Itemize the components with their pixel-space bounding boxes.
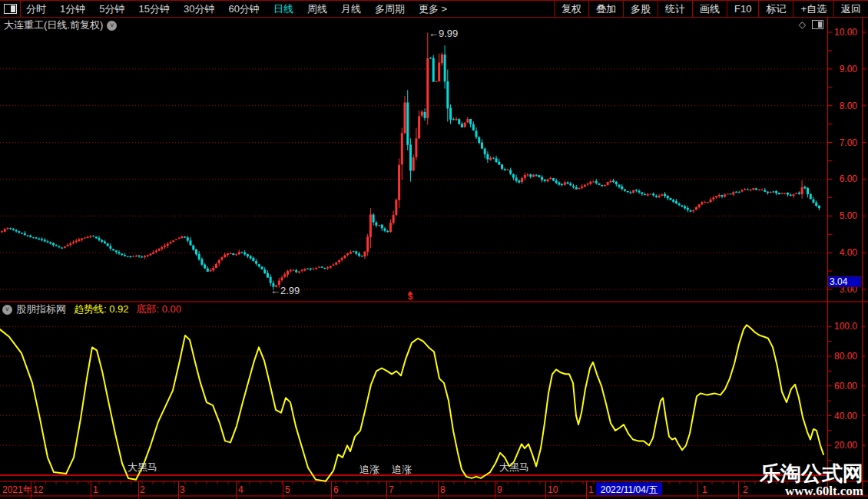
candle-body <box>644 194 646 195</box>
chevron-down-icon[interactable]: ˅ <box>2 305 12 315</box>
time-axis-month[interactable]: 2 <box>743 484 748 495</box>
time-axis-month[interactable]: 1 <box>702 484 707 495</box>
time-axis-month[interactable]: 2 <box>140 484 145 495</box>
toolbar-item[interactable]: 15分钟 <box>138 2 169 16</box>
time-axis-month[interactable]: 1 <box>588 484 594 495</box>
candle-body <box>695 207 697 210</box>
price-axis-label: 4.00 <box>840 247 858 258</box>
candle-body <box>544 180 546 181</box>
candle-body <box>124 255 126 256</box>
toolbar-item[interactable]: 分时 <box>26 2 46 16</box>
candle-body <box>192 246 194 250</box>
candle-body <box>161 247 163 249</box>
toolbar-item[interactable]: 1分钟 <box>60 2 85 16</box>
time-axis-month[interactable]: 8 <box>440 484 446 495</box>
candle-body <box>609 181 611 183</box>
toolbar-item[interactable]: 周线 <box>307 2 327 16</box>
candle-body <box>212 268 214 270</box>
candle-body <box>383 229 386 231</box>
toolbar-item[interactable]: F10 <box>727 1 758 17</box>
toolbar-item[interactable]: 标记 <box>758 1 793 17</box>
toolbar-item[interactable]: 统计 <box>658 1 692 17</box>
candle-body <box>484 149 486 154</box>
time-axis-month[interactable]: 9 <box>497 484 502 495</box>
toolbar-item[interactable]: 画线 <box>692 1 727 17</box>
candle-body <box>672 200 674 202</box>
toolbar-item[interactable]: 返回 <box>833 1 868 17</box>
candle-body <box>167 244 169 246</box>
price-axis-label: 8.00 <box>840 101 858 111</box>
diamond-icon[interactable]: ◇ <box>799 19 806 30</box>
time-axis-month[interactable]: 6 <box>333 484 339 495</box>
window-layout-button[interactable] <box>0 1 21 17</box>
candle-body <box>335 263 337 265</box>
candle-body <box>366 236 369 252</box>
time-axis-month[interactable]: 4 <box>238 484 244 495</box>
time-axis-year: 2021年 <box>2 484 32 495</box>
toolbar-item[interactable]: 日线 <box>273 2 293 16</box>
chart-canvas[interactable]: 10.009.008.007.006.005.004.003.003.04100… <box>0 17 868 499</box>
candle-body <box>595 181 598 183</box>
candle-body <box>721 195 723 197</box>
candle-body <box>318 267 320 268</box>
indicator-bottom-value: 底部: 0.00 <box>137 302 182 316</box>
candle-body <box>395 200 397 215</box>
candle-body <box>406 102 409 144</box>
candle-body <box>612 180 615 182</box>
candle-body <box>635 190 638 190</box>
candle-body <box>787 193 789 195</box>
candle-body <box>164 246 166 247</box>
toolbar-item[interactable]: 叠加 <box>588 1 623 17</box>
candle-body <box>735 192 737 193</box>
candle-body <box>744 189 746 190</box>
candle-body <box>667 196 669 198</box>
candle-body <box>232 253 234 255</box>
time-axis-month[interactable]: 7 <box>389 484 394 495</box>
candle-body <box>247 254 249 256</box>
price-axis-label: 9.00 <box>840 64 858 74</box>
candle-body <box>512 174 515 178</box>
candle-body <box>718 195 721 197</box>
candle-body <box>87 237 89 238</box>
candle-body <box>378 225 380 226</box>
candle-body <box>475 131 478 137</box>
candle-body <box>138 256 141 256</box>
toolbar-item[interactable]: 5分钟 <box>99 2 124 16</box>
candle-body <box>263 269 266 273</box>
time-axis-month[interactable]: 3 <box>180 484 185 495</box>
toolbar-item[interactable]: 多股 <box>623 1 658 17</box>
candle-body <box>575 187 578 190</box>
toolbar-item[interactable]: +自选 <box>793 1 833 17</box>
time-axis-month[interactable]: 1 <box>93 484 98 495</box>
toolbar-item[interactable]: 月线 <box>341 2 361 16</box>
candle-body <box>629 192 631 193</box>
candle-body <box>207 269 209 272</box>
toolbar-item[interactable]: 30分钟 <box>184 2 214 16</box>
app-window: 分时1分钟5分钟15分钟30分钟60分钟日线周线月线多周期更多 > 复权叠加多股… <box>0 0 868 499</box>
candle-body <box>118 252 121 253</box>
time-axis-month[interactable]: 12 <box>33 484 44 495</box>
time-axis-month[interactable]: 5 <box>285 484 290 495</box>
toolbar-item[interactable]: 60分钟 <box>228 2 259 16</box>
candle-body <box>323 268 326 269</box>
osc-axis-label: 40.00 <box>834 411 857 421</box>
candle-body <box>547 179 549 181</box>
indicator-source-label: 股朋指标网 <box>16 302 66 316</box>
candle-body <box>41 239 43 240</box>
candle-body <box>429 58 432 58</box>
time-axis-month[interactable]: 10 <box>548 484 558 495</box>
toolbar-item[interactable]: 多周期 <box>375 2 405 16</box>
candle-body <box>283 274 286 277</box>
candle-body <box>346 253 349 255</box>
chevron-down-icon[interactable]: ˅ <box>107 21 117 31</box>
candle-body <box>652 193 654 195</box>
candle-body <box>178 238 181 239</box>
toolbar-item[interactable]: 更多 > <box>419 2 447 16</box>
candle-body <box>267 273 269 278</box>
candle-body <box>432 58 435 82</box>
split-window-icon[interactable] <box>812 20 823 29</box>
candle-body <box>78 240 80 241</box>
candle-body <box>290 270 292 272</box>
toolbar-item[interactable]: 复权 <box>554 1 588 17</box>
candle-body <box>287 271 289 275</box>
